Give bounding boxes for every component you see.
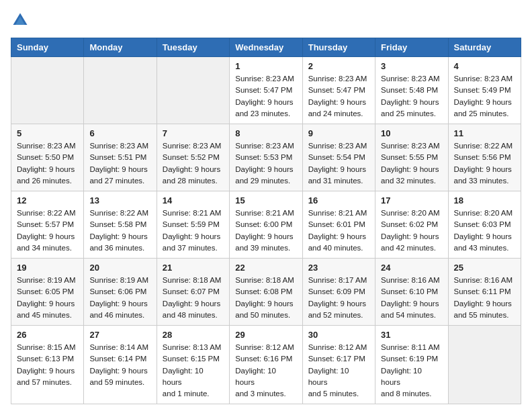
day-info: Sunrise: 8:20 AM Sunset: 6:03 PM Dayligh…: [454, 208, 515, 254]
day-info: Sunrise: 8:23 AM Sunset: 5:48 PM Dayligh…: [381, 73, 442, 120]
calendar-day-cell: 20Sunrise: 8:19 AM Sunset: 6:06 PM Dayli…: [84, 259, 157, 326]
day-info: Sunrise: 8:21 AM Sunset: 6:01 PM Dayligh…: [308, 208, 369, 254]
day-number: 2: [308, 61, 369, 71]
day-info: Sunrise: 8:18 AM Sunset: 6:08 PM Dayligh…: [235, 275, 296, 321]
day-number: 11: [454, 128, 515, 138]
day-number: 27: [89, 330, 150, 340]
calendar-day-cell: 30Sunrise: 8:12 AM Sunset: 6:17 PM Dayli…: [302, 326, 375, 404]
calendar-week-row: 12Sunrise: 8:22 AM Sunset: 5:57 PM Dayli…: [11, 191, 521, 259]
calendar-day-cell: 28Sunrise: 8:13 AM Sunset: 6:15 PM Dayli…: [157, 326, 229, 404]
calendar-day-cell: 24Sunrise: 8:16 AM Sunset: 6:10 PM Dayli…: [375, 259, 448, 326]
calendar-header-row: SundayMondayTuesdayWednesdayThursdayFrid…: [11, 38, 521, 57]
day-number: 6: [89, 128, 150, 138]
calendar-day-cell: 26Sunrise: 8:15 AM Sunset: 6:13 PM Dayli…: [11, 326, 84, 404]
calendar-week-row: 19Sunrise: 8:19 AM Sunset: 6:05 PM Dayli…: [11, 259, 521, 326]
calendar-week-row: 1Sunrise: 8:23 AM Sunset: 5:47 PM Daylig…: [11, 57, 521, 124]
day-info: Sunrise: 8:13 AM Sunset: 6:15 PM Dayligh…: [163, 342, 224, 400]
day-info: Sunrise: 8:20 AM Sunset: 6:02 PM Dayligh…: [381, 208, 442, 254]
day-number: 14: [163, 195, 224, 205]
day-info: Sunrise: 8:16 AM Sunset: 6:11 PM Dayligh…: [454, 275, 515, 321]
calendar-day-cell: 12Sunrise: 8:22 AM Sunset: 5:57 PM Dayli…: [11, 191, 84, 259]
calendar-day-cell: 10Sunrise: 8:23 AM Sunset: 5:55 PM Dayli…: [375, 124, 448, 191]
calendar-day-cell: 19Sunrise: 8:19 AM Sunset: 6:05 PM Dayli…: [11, 259, 84, 326]
calendar-day-cell: 23Sunrise: 8:17 AM Sunset: 6:09 PM Dayli…: [302, 259, 375, 326]
day-of-week-header: Tuesday: [157, 38, 229, 57]
calendar-day-cell: 18Sunrise: 8:20 AM Sunset: 6:03 PM Dayli…: [448, 191, 521, 259]
day-info: Sunrise: 8:17 AM Sunset: 6:09 PM Dayligh…: [308, 275, 369, 321]
day-info: Sunrise: 8:19 AM Sunset: 6:06 PM Dayligh…: [89, 275, 150, 321]
day-number: 15: [235, 195, 296, 205]
calendar-day-cell: [84, 57, 157, 124]
calendar-day-cell: 8Sunrise: 8:23 AM Sunset: 5:53 PM Daylig…: [230, 124, 302, 191]
calendar-day-cell: [157, 57, 229, 124]
day-of-week-header: Monday: [84, 38, 157, 57]
day-number: 18: [454, 195, 515, 205]
day-of-week-header: Wednesday: [230, 38, 302, 57]
day-number: 12: [17, 195, 78, 205]
day-number: 10: [381, 128, 442, 138]
calendar-day-cell: 21Sunrise: 8:18 AM Sunset: 6:07 PM Dayli…: [157, 259, 229, 326]
day-info: Sunrise: 8:21 AM Sunset: 6:00 PM Dayligh…: [235, 208, 296, 254]
logo-icon: [11, 11, 30, 30]
calendar-day-cell: 15Sunrise: 8:21 AM Sunset: 6:00 PM Dayli…: [230, 191, 302, 259]
calendar-day-cell: 16Sunrise: 8:21 AM Sunset: 6:01 PM Dayli…: [302, 191, 375, 259]
day-number: 3: [381, 61, 442, 71]
day-number: 22: [235, 263, 296, 273]
day-of-week-header: Thursday: [302, 38, 375, 57]
day-info: Sunrise: 8:23 AM Sunset: 5:47 PM Dayligh…: [308, 73, 369, 120]
calendar-day-cell: 2Sunrise: 8:23 AM Sunset: 5:47 PM Daylig…: [302, 57, 375, 124]
day-of-week-header: Friday: [375, 38, 448, 57]
logo: [11, 11, 32, 30]
day-info: Sunrise: 8:22 AM Sunset: 5:58 PM Dayligh…: [89, 208, 150, 254]
day-number: 25: [454, 263, 515, 273]
day-number: 19: [17, 263, 78, 273]
day-number: 20: [89, 263, 150, 273]
calendar-day-cell: 9Sunrise: 8:23 AM Sunset: 5:54 PM Daylig…: [302, 124, 375, 191]
day-info: Sunrise: 8:12 AM Sunset: 6:17 PM Dayligh…: [308, 342, 369, 400]
day-info: Sunrise: 8:18 AM Sunset: 6:07 PM Dayligh…: [163, 275, 224, 321]
calendar-day-cell: 5Sunrise: 8:23 AM Sunset: 5:50 PM Daylig…: [11, 124, 84, 191]
day-number: 4: [454, 61, 515, 71]
calendar-day-cell: 6Sunrise: 8:23 AM Sunset: 5:51 PM Daylig…: [84, 124, 157, 191]
calendar-day-cell: 27Sunrise: 8:14 AM Sunset: 6:14 PM Dayli…: [84, 326, 157, 404]
day-number: 1: [235, 61, 296, 71]
calendar-week-row: 5Sunrise: 8:23 AM Sunset: 5:50 PM Daylig…: [11, 124, 521, 191]
day-info: Sunrise: 8:19 AM Sunset: 6:05 PM Dayligh…: [17, 275, 78, 321]
day-of-week-header: Saturday: [448, 38, 521, 57]
day-number: 23: [308, 263, 369, 273]
calendar-week-row: 26Sunrise: 8:15 AM Sunset: 6:13 PM Dayli…: [11, 326, 521, 404]
day-number: 29: [235, 330, 296, 340]
calendar-day-cell: 1Sunrise: 8:23 AM Sunset: 5:47 PM Daylig…: [230, 57, 302, 124]
calendar-table: SundayMondayTuesdayWednesdayThursdayFrid…: [11, 38, 521, 404]
day-number: 30: [308, 330, 369, 340]
day-info: Sunrise: 8:21 AM Sunset: 5:59 PM Dayligh…: [163, 208, 224, 254]
day-info: Sunrise: 8:22 AM Sunset: 5:57 PM Dayligh…: [17, 208, 78, 254]
day-number: 5: [17, 128, 78, 138]
day-number: 7: [163, 128, 224, 138]
day-info: Sunrise: 8:16 AM Sunset: 6:10 PM Dayligh…: [381, 275, 442, 321]
day-info: Sunrise: 8:23 AM Sunset: 5:49 PM Dayligh…: [454, 73, 515, 120]
day-number: 24: [381, 263, 442, 273]
day-info: Sunrise: 8:23 AM Sunset: 5:52 PM Dayligh…: [163, 140, 224, 187]
calendar-day-cell: 31Sunrise: 8:11 AM Sunset: 6:19 PM Dayli…: [375, 326, 448, 404]
day-number: 17: [381, 195, 442, 205]
day-info: Sunrise: 8:22 AM Sunset: 5:56 PM Dayligh…: [454, 140, 515, 187]
page-header: [11, 11, 521, 30]
calendar-day-cell: 29Sunrise: 8:12 AM Sunset: 6:16 PM Dayli…: [230, 326, 302, 404]
calendar-day-cell: 25Sunrise: 8:16 AM Sunset: 6:11 PM Dayli…: [448, 259, 521, 326]
calendar-day-cell: 14Sunrise: 8:21 AM Sunset: 5:59 PM Dayli…: [157, 191, 229, 259]
calendar-day-cell: 4Sunrise: 8:23 AM Sunset: 5:49 PM Daylig…: [448, 57, 521, 124]
calendar-day-cell: 7Sunrise: 8:23 AM Sunset: 5:52 PM Daylig…: [157, 124, 229, 191]
calendar-day-cell: 3Sunrise: 8:23 AM Sunset: 5:48 PM Daylig…: [375, 57, 448, 124]
day-number: 28: [163, 330, 224, 340]
calendar-day-cell: 13Sunrise: 8:22 AM Sunset: 5:58 PM Dayli…: [84, 191, 157, 259]
day-info: Sunrise: 8:15 AM Sunset: 6:13 PM Dayligh…: [17, 342, 78, 388]
day-number: 26: [17, 330, 78, 340]
day-number: 31: [381, 330, 442, 340]
calendar-day-cell: 22Sunrise: 8:18 AM Sunset: 6:08 PM Dayli…: [230, 259, 302, 326]
day-info: Sunrise: 8:14 AM Sunset: 6:14 PM Dayligh…: [89, 342, 150, 388]
day-number: 16: [308, 195, 369, 205]
day-of-week-header: Sunday: [11, 38, 84, 57]
day-info: Sunrise: 8:23 AM Sunset: 5:50 PM Dayligh…: [17, 140, 78, 187]
calendar-day-cell: 17Sunrise: 8:20 AM Sunset: 6:02 PM Dayli…: [375, 191, 448, 259]
